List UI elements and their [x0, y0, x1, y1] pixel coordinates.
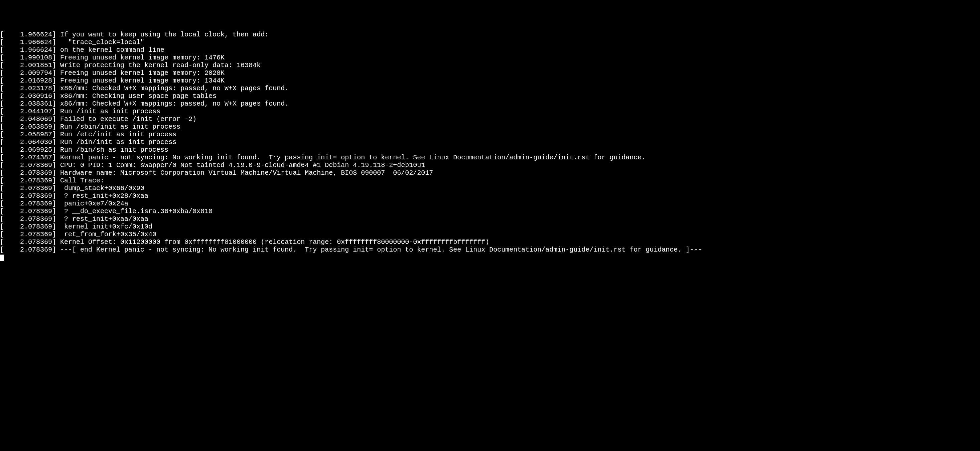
log-line: [ 2.064030] Run /bin/init as init proces…	[0, 138, 980, 146]
log-line: [ 1.966624] "trace_clock=local"	[0, 38, 980, 46]
log-line: [ 2.001851] Write protecting the kernel …	[0, 62, 980, 69]
log-line: [ 2.078369] ? rest_init+0x28/0xaa	[0, 192, 980, 200]
log-line: [ 2.078369] ---[ end Kernel panic - not …	[0, 246, 980, 254]
log-line: [ 2.016928] Freeing unused kernel image …	[0, 77, 980, 84]
log-line: [ 1.966624] If you want to keep using th…	[0, 31, 980, 38]
log-line: [ 2.044107] Run /init as init process	[0, 108, 980, 115]
log-line: [ 2.009794] Freeing unused kernel image …	[0, 69, 980, 77]
terminal-output: [ 1.966624] If you want to keep using th…	[0, 31, 980, 261]
log-line: [ 2.078369] kernel_init+0xfc/0x10d	[0, 223, 980, 230]
log-line: [ 2.048069] Failed to execute /init (err…	[0, 115, 980, 123]
log-line: [ 2.078369] dump_stack+0x66/0x90	[0, 184, 980, 192]
log-line: [ 2.078369] ? rest_init+0xaa/0xaa	[0, 215, 980, 223]
log-line: [ 2.038361] x86/mm: Checked W+X mappings…	[0, 100, 980, 108]
log-line: [ 1.966624] on the kernel command line	[0, 46, 980, 54]
log-line: [ 2.078369] Call Trace:	[0, 177, 980, 184]
cursor-line	[0, 254, 980, 261]
log-line: [ 2.078369] Hardware name: Microsoft Cor…	[0, 169, 980, 177]
log-line: [ 2.030916] x86/mm: Checking user space …	[0, 92, 980, 100]
log-line: [ 2.078369] ret_from_fork+0x35/0x40	[0, 230, 980, 238]
log-line: [ 2.023178] x86/mm: Checked W+X mappings…	[0, 84, 980, 92]
log-line: [ 2.078369] CPU: 0 PID: 1 Comm: swapper/…	[0, 161, 980, 169]
log-line: [ 2.074387] Kernel panic - not syncing: …	[0, 154, 980, 161]
log-line: [ 1.990108] Freeing unused kernel image …	[0, 54, 980, 62]
log-line: [ 2.078369] ? __do_execve_file.isra.36+0…	[0, 208, 980, 215]
log-line: [ 2.058987] Run /etc/init as init proces…	[0, 131, 980, 138]
log-line: [ 2.078369] panic+0xe7/0x24a	[0, 200, 980, 208]
log-line: [ 2.053859] Run /sbin/init as init proce…	[0, 123, 980, 131]
log-line: [ 2.078369] Kernel Offset: 0x11200000 fr…	[0, 238, 980, 246]
cursor-block	[0, 254, 4, 261]
log-line: [ 2.069925] Run /bin/sh as init process	[0, 146, 980, 154]
